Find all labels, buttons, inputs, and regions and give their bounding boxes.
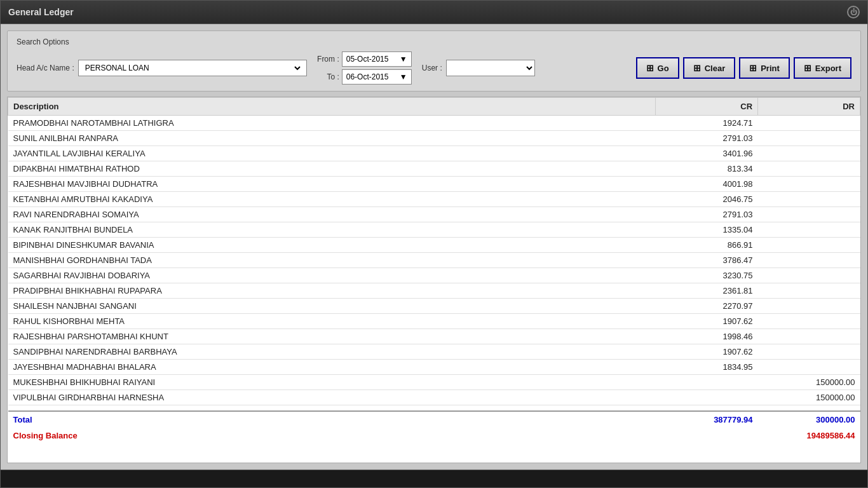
row-cr: 2270.97 (656, 299, 758, 314)
total-cr: 387779.94 (656, 411, 758, 428)
row-dr (758, 131, 860, 146)
row-cr: 813.34 (656, 161, 758, 177)
row-dr (758, 192, 860, 207)
row-cr: 3401.96 (656, 146, 758, 161)
head-ac-field[interactable]: PERSONAL LOAN (78, 60, 307, 76)
row-dr (758, 283, 860, 299)
print-label: Print (761, 64, 780, 73)
table-row: PRADIPBHAI BHIKHABHAI RUPAPARA 2361.81 (8, 283, 860, 299)
row-cr: 3230.75 (656, 268, 758, 283)
head-ac-group: Head A/c Name : PERSONAL LOAN (17, 60, 307, 76)
title-bar-right: ⏻ (847, 6, 860, 18)
table-row: SAGARBHAI RAVJIBHAI DOBARIYA 3230.75 (8, 268, 860, 283)
row-cr (656, 390, 758, 405)
row-dr (758, 222, 860, 238)
row-description: SANDIPBHAI NARENDRABHAI BARBHAYA (8, 344, 656, 360)
row-cr: 4001.98 (656, 177, 758, 192)
row-dr (758, 238, 860, 253)
table-row: VIPULBHAI GIRDHARBHAI HARNESHA 150000.00 (8, 390, 860, 405)
table-panel: Description CR DR P (7, 97, 861, 463)
from-cal-icon[interactable]: ▼ (400, 55, 407, 64)
from-label: From : (317, 55, 339, 64)
table-row: KETANBHAI AMRUTBHAI KAKADIYA 2046.75 (8, 192, 860, 207)
clear-button[interactable]: ⊞ Clear (683, 57, 736, 79)
main-window: General Ledger ⏻ Search Options Head A/c… (0, 0, 868, 488)
row-cr: 2791.03 (656, 207, 758, 222)
search-row: Head A/c Name : PERSONAL LOAN From : 05-… (17, 51, 851, 85)
row-description: RAJESHBHAI MAVJIBHAI DUDHATRA (8, 177, 656, 192)
row-dr (758, 268, 860, 283)
title-bar: General Ledger ⏻ (1, 1, 867, 24)
cr-header: CR (740, 102, 752, 111)
row-dr (758, 299, 860, 314)
table-row: RAVI NARENDRABHAI SOMAIYA 2791.03 (8, 207, 860, 222)
row-description: JAYESHBHAI MADHABHAI BHALARA (8, 360, 656, 375)
closing-dr: 19489586.44 (758, 428, 860, 444)
row-dr (758, 329, 860, 344)
row-cr: 2046.75 (656, 192, 758, 207)
print-button[interactable]: ⊞ Print (739, 57, 790, 79)
ledger-table: Description CR DR P (8, 97, 860, 444)
row-description: KETANBHAI AMRUTBHAI KAKADIYA (8, 192, 656, 207)
total-dr: 300000.00 (758, 411, 860, 428)
table-row: DIPAKBHAI HIMATBHAI RATHOD 813.34 (8, 161, 860, 177)
clear-icon: ⊞ (693, 63, 701, 73)
table-row: MANISHBHAI GORDHANBHAI TADA 3786.47 (8, 253, 860, 268)
col-description: Description (8, 98, 656, 116)
row-dr: 150000.00 (758, 375, 860, 390)
row-cr: 2361.81 (656, 283, 758, 299)
row-cr: 1834.95 (656, 360, 758, 375)
table-row: SANDIPBHAI NARENDRABHAI BARBHAYA 1907.62 (8, 344, 860, 360)
row-description: DIPAKBHAI HIMATBHAI RATHOD (8, 161, 656, 177)
table-container[interactable]: Description CR DR P (8, 97, 860, 463)
row-cr: 1998.46 (656, 329, 758, 344)
user-group: User : (422, 60, 535, 76)
head-ac-select[interactable]: PERSONAL LOAN (83, 62, 302, 74)
export-button[interactable]: ⊞ Export (794, 57, 851, 79)
row-description: BIPINBHAI DINESHKUMAR BAVANIA (8, 238, 656, 253)
date-range-group: From : 05-Oct-2015 ▼ To : 06-Oct-2015 ▼ (317, 51, 412, 85)
from-date-field[interactable]: 05-Oct-2015 ▼ (342, 51, 412, 67)
power-icon[interactable]: ⏻ (847, 6, 860, 18)
clear-label: Clear (705, 64, 726, 73)
row-dr (758, 253, 860, 268)
closing-balance-row: Closing Balance 19489586.44 (8, 428, 860, 444)
col-dr: DR (758, 98, 860, 116)
table-row: KANAK RANJITBHAI BUNDELA 1335.04 (8, 222, 860, 238)
total-label: Total (8, 411, 656, 428)
row-description: MANISHBHAI GORDHANBHAI TADA (8, 253, 656, 268)
search-options-title: Search Options (17, 37, 851, 46)
row-description: SAGARBHAI RAVJIBHAI DOBARIYA (8, 268, 656, 283)
row-dr (758, 116, 860, 131)
action-buttons: ⊞ Go ⊞ Clear ⊞ Print ⊞ Export (636, 57, 851, 79)
go-button[interactable]: ⊞ Go (636, 57, 679, 79)
row-description: SUNIL ANILBHAI RANPARA (8, 131, 656, 146)
to-date-field[interactable]: 06-Oct-2015 ▼ (342, 69, 412, 85)
row-cr: 1907.62 (656, 344, 758, 360)
bottom-bar (1, 470, 867, 487)
row-cr: 1924.71 (656, 116, 758, 131)
row-dr (758, 146, 860, 161)
user-select[interactable] (446, 60, 535, 76)
to-cal-icon[interactable]: ▼ (400, 72, 407, 81)
table-footer: Total 387779.94 300000.00 Closing Balanc… (8, 411, 860, 444)
table-row: PRAMODBHAI NAROTAMBHAI LATHIGRA 1924.71 (8, 116, 860, 131)
table-header-row: Description CR DR (8, 98, 860, 116)
from-date-value: 05-Oct-2015 (346, 55, 389, 64)
row-cr: 866.91 (656, 238, 758, 253)
row-description: PRADIPBHAI BHIKHABHAI RUPAPARA (8, 283, 656, 299)
table-row: JAYANTILAL LAVJIBHAI KERALIYA 3401.96 (8, 146, 860, 161)
row-description: RAVI NARENDRABHAI SOMAIYA (8, 207, 656, 222)
from-date-row: From : 05-Oct-2015 ▼ (317, 51, 412, 67)
description-header: Description (13, 102, 59, 111)
total-row: Total 387779.94 300000.00 (8, 411, 860, 428)
to-date-value: 06-Oct-2015 (346, 72, 389, 81)
table-row: JAYESHBHAI MADHABHAI BHALARA 1834.95 (8, 360, 860, 375)
user-label: User : (422, 64, 442, 72)
table-scroll-wrapper: Description CR DR P (8, 97, 860, 463)
closing-label: Closing Balance (8, 428, 656, 444)
row-description: MUKESHBHAI BHIKHUBHAI RAIYANI (8, 375, 656, 390)
row-dr: 150000.00 (758, 390, 860, 405)
row-description: RAHUL KISHORBHAI MEHTA (8, 314, 656, 329)
export-label: Export (815, 64, 841, 73)
